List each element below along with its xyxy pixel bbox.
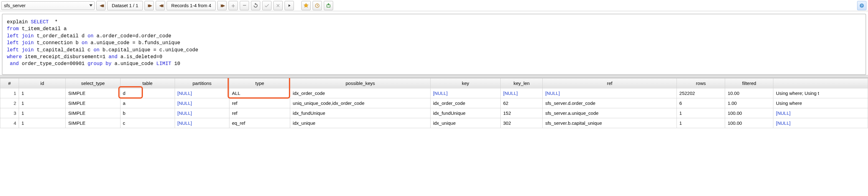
cell-id[interactable]: 1	[19, 88, 66, 98]
column-header-rownum[interactable]: #	[0, 78, 19, 88]
cell-partitions[interactable]: [NULL]	[175, 108, 229, 118]
cell-partitions[interactable]: [NULL]	[175, 98, 229, 108]
column-header-possible_keys[interactable]: possible_keys	[290, 78, 431, 88]
svg-text:?: ?	[861, 4, 863, 7]
cell-partitions[interactable]: [NULL]	[175, 88, 229, 98]
cell-ref[interactable]: sfs_server.d.order_code	[542, 98, 677, 108]
cell-ref[interactable]: sfs_server.b.capital_unique	[542, 118, 677, 128]
favorites-button[interactable]	[301, 1, 311, 10]
records-first-button[interactable]	[156, 1, 165, 10]
cell-table[interactable]: b	[120, 108, 175, 118]
records-indicator[interactable]: Records 1-4 from 4	[166, 1, 216, 10]
column-header-table[interactable]: table	[120, 78, 175, 88]
refresh-button[interactable]	[251, 1, 260, 10]
cell-key_len[interactable]: 302	[501, 118, 542, 128]
rollback-button[interactable]	[273, 1, 283, 10]
column-header-ref[interactable]: ref	[542, 78, 677, 88]
export-button[interactable]	[324, 1, 333, 10]
cell-rows[interactable]: 1	[677, 118, 725, 128]
cell-possible_keys[interactable]: idx_unique	[290, 118, 431, 128]
sql-keyword: SELECT	[31, 19, 55, 25]
cell-rows[interactable]: 1	[677, 108, 725, 118]
cell-select_type[interactable]: SIMPLE	[66, 88, 120, 98]
cell-extra[interactable]: Using where; Using t	[773, 88, 868, 98]
cell-key[interactable]: idx_unique	[430, 118, 500, 128]
cell-key[interactable]: idx_order_code	[430, 98, 500, 108]
cell-extra[interactable]: [NULL]	[773, 108, 868, 118]
sql-keyword: left join	[7, 40, 34, 46]
column-header-key_len[interactable]: key_len	[501, 78, 542, 88]
cell-key[interactable]: idx_fundUnique	[430, 108, 500, 118]
column-header-key[interactable]: key	[430, 78, 500, 88]
cell-select_type[interactable]: SIMPLE	[66, 98, 120, 108]
cell-table[interactable]: c	[120, 118, 175, 128]
delete-row-button[interactable]	[240, 1, 249, 10]
cell-filtered[interactable]: 1.00	[725, 98, 773, 108]
dataset-indicator[interactable]: Dataset 1 / 1	[107, 1, 143, 10]
table-row[interactable]: 11SIMPLEd[NULL]ALLidx_order_code[NULL][N…	[0, 88, 868, 98]
cell-table[interactable]: a	[120, 98, 175, 108]
cell-possible_keys[interactable]: idx_fundUnique	[290, 108, 431, 118]
cell-rownum[interactable]: 1	[0, 88, 19, 98]
records-last-button[interactable]	[217, 1, 227, 10]
table-row[interactable]: 21SIMPLEa[NULL]refuniq_unique_code,idx_o…	[0, 98, 868, 108]
null-value: [NULL]	[776, 110, 790, 116]
commit-button[interactable]	[262, 1, 272, 10]
column-header-type[interactable]: type	[229, 78, 290, 88]
database-dropdown[interactable]: sfs_server	[1, 1, 95, 10]
cell-extra[interactable]: Using where	[773, 98, 868, 108]
grid-header-row: #idselect_typetablepartitionstypepossibl…	[0, 78, 868, 88]
cell-key_len[interactable]: 62	[501, 98, 542, 108]
cell-filtered[interactable]: 10.00	[725, 88, 773, 98]
result-grid-wrap: #idselect_typetablepartitionstypepossibl…	[0, 78, 868, 128]
history-button[interactable]	[313, 1, 322, 10]
cell-filtered[interactable]: 100.00	[725, 118, 773, 128]
cell-partitions[interactable]: [NULL]	[175, 118, 229, 128]
cell-type[interactable]: ref	[229, 108, 290, 118]
column-header-rows[interactable]: rows	[677, 78, 725, 88]
cell-ref[interactable]: sfs_server.a.unique_code	[542, 108, 677, 118]
cell-select_type[interactable]: SIMPLE	[66, 118, 120, 128]
chevron-down-icon	[89, 4, 92, 6]
cell-key[interactable]: [NULL]	[430, 88, 500, 98]
help-button[interactable]: ?	[857, 1, 866, 10]
cell-type[interactable]: eq_ref	[229, 118, 290, 128]
cell-rows[interactable]: 252202	[677, 88, 725, 98]
add-row-button[interactable]	[228, 1, 238, 10]
cell-select_type[interactable]: SIMPLE	[66, 108, 120, 118]
cell-rownum[interactable]: 3	[0, 108, 19, 118]
null-value: [NULL]	[776, 121, 790, 126]
column-header-partitions[interactable]: partitions	[175, 78, 229, 88]
cell-id[interactable]: 1	[19, 118, 66, 128]
table-row[interactable]: 41SIMPLEc[NULL]eq_refidx_uniqueidx_uniqu…	[0, 118, 868, 128]
cell-filtered[interactable]: 100.00	[725, 108, 773, 118]
sql-text: order_type_code=00901	[19, 61, 88, 67]
cell-type[interactable]: ref	[229, 98, 290, 108]
cell-rownum[interactable]: 2	[0, 98, 19, 108]
cell-id[interactable]: 1	[19, 98, 66, 108]
horizontal-splitter[interactable]	[0, 75, 868, 78]
sql-keyword: where	[7, 54, 22, 60]
cell-type[interactable]: ALL	[229, 88, 290, 98]
cell-key_len[interactable]: [NULL]	[501, 88, 542, 98]
cell-rownum[interactable]: 4	[0, 118, 19, 128]
run-button[interactable]	[284, 1, 294, 10]
cell-key_len[interactable]: 152	[501, 108, 542, 118]
column-header-id[interactable]: id	[19, 78, 66, 88]
cell-ref[interactable]: [NULL]	[542, 88, 677, 98]
cell-possible_keys[interactable]: idx_order_code	[290, 88, 431, 98]
cell-rows[interactable]: 6	[677, 98, 725, 108]
column-header-select_type[interactable]: select_type	[66, 78, 120, 88]
sql-editor[interactable]: explain SELECT * from t_item_detail a le…	[2, 14, 866, 75]
cell-extra[interactable]: [NULL]	[773, 118, 868, 128]
result-grid[interactable]: #idselect_typetablepartitionstypepossibl…	[0, 78, 868, 128]
dataset-last-button[interactable]	[145, 1, 154, 10]
cell-table[interactable]: d	[120, 88, 175, 98]
cell-possible_keys[interactable]: uniq_unique_code,idx_order_code	[290, 98, 431, 108]
table-row[interactable]: 31SIMPLEb[NULL]refidx_fundUniqueidx_fund…	[0, 108, 868, 118]
cell-id[interactable]: 1	[19, 108, 66, 118]
sql-text: a.unique_code	[112, 61, 156, 67]
column-header-extra[interactable]	[773, 78, 868, 88]
dataset-first-button[interactable]	[96, 1, 105, 10]
column-header-filtered[interactable]: filtered	[725, 78, 773, 88]
